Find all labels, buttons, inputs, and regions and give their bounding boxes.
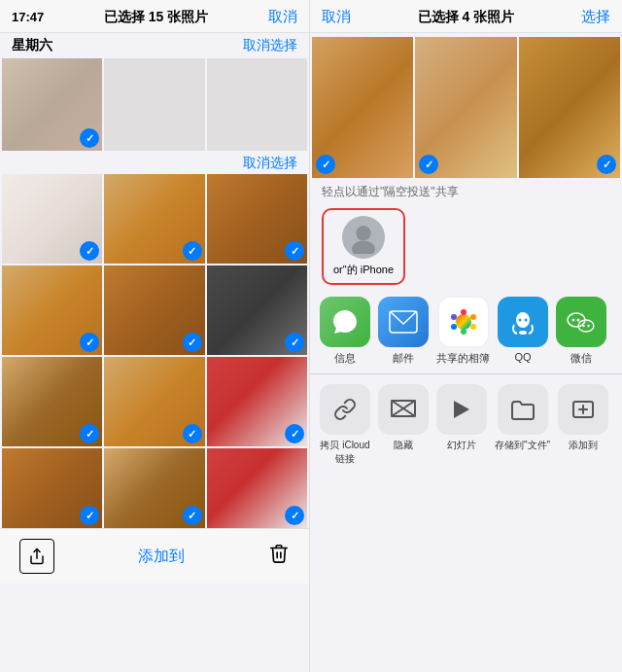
- svg-point-4: [456, 314, 471, 330]
- add-to-button[interactable]: 添加到: [138, 547, 185, 567]
- check-badge: [285, 424, 304, 443]
- slideshow-label: 幻灯片: [447, 439, 476, 452]
- deselect-all-btn[interactable]: 取消选择: [243, 37, 297, 54]
- save-files-label: 存储到"文件": [495, 439, 550, 452]
- airdrop-device[interactable]: or"的 iPhone: [322, 208, 405, 285]
- right-top-photos: [310, 37, 622, 178]
- photo-cell-fried5[interactable]: [104, 357, 204, 446]
- shared-albums-icon: [438, 297, 489, 347]
- svg-point-17: [577, 319, 580, 322]
- hide-icon: [378, 384, 429, 435]
- check-badge: [183, 506, 202, 525]
- left-time: 17:47: [12, 10, 44, 24]
- share-apps-row: 信息 邮件: [310, 289, 622, 370]
- app-mail[interactable]: 邮件: [378, 297, 429, 366]
- messages-label: 信息: [334, 351, 356, 366]
- svg-point-10: [451, 314, 457, 320]
- mail-icon: [378, 297, 429, 347]
- check-badge: [183, 424, 202, 443]
- app-qq[interactable]: QQ: [498, 297, 548, 366]
- slideshow-icon: [436, 384, 487, 435]
- svg-point-7: [470, 324, 476, 330]
- hide-label: 隐藏: [394, 439, 413, 452]
- right-panel: 取消 已选择 4 张照片 选择 轻点以通过"隔空投送"共享 or"的: [310, 0, 622, 672]
- divider: [310, 373, 622, 374]
- action-add-album[interactable]: 添加到: [558, 384, 608, 466]
- icloud-link-label: 拷贝 iCloud链接: [320, 439, 369, 466]
- check-badge: [285, 506, 304, 525]
- left-bottom-bar: 添加到: [0, 528, 309, 584]
- left-panel: 17:47 已选择 15 张照片 取消 星期六 取消选择 取消选择: [0, 0, 310, 672]
- airdrop-hint: 轻点以通过"隔空投送"共享: [322, 184, 610, 200]
- actions-row: 拷贝 iCloud链接 隐藏 幻灯片: [310, 378, 622, 472]
- check-badge: [80, 506, 99, 525]
- icloud-link-icon: [320, 384, 370, 435]
- left-cancel-btn[interactable]: 取消: [268, 8, 297, 26]
- left-header: 17:47 已选择 15 张照片 取消: [0, 0, 309, 33]
- top-row: [0, 58, 309, 151]
- check-badge: [419, 155, 438, 174]
- deselect-all-btn-2[interactable]: 取消选择: [243, 155, 297, 172]
- svg-point-2: [352, 240, 375, 254]
- mid-row-3: [0, 357, 309, 446]
- action-save-files[interactable]: 存储到"文件": [495, 384, 550, 466]
- app-wechat[interactable]: 微信: [556, 297, 606, 366]
- photo-cell-bowl2[interactable]: [104, 448, 204, 528]
- airdrop-section: 轻点以通过"隔空投送"共享 or"的 iPhone: [310, 178, 622, 289]
- left-header-title: 已选择 15 张照片: [104, 9, 208, 26]
- add-album-label: 添加到: [569, 439, 598, 452]
- check-badge: [597, 155, 616, 174]
- photo-cell-empty2: [207, 58, 307, 151]
- right-cancel-btn[interactable]: 取消: [322, 8, 351, 26]
- photo-cell-fried1[interactable]: [104, 174, 204, 264]
- action-hide[interactable]: 隐藏: [378, 384, 429, 466]
- photo-cell-pan[interactable]: [207, 265, 307, 355]
- deselect-section: 取消选择: [0, 151, 309, 174]
- check-badge: [285, 333, 304, 352]
- photo-cell-cloth2[interactable]: [207, 448, 307, 528]
- mail-label: 邮件: [393, 351, 414, 366]
- svg-point-11: [516, 312, 530, 328]
- svg-point-14: [519, 331, 527, 335]
- right-photo-2[interactable]: [415, 37, 516, 178]
- right-photo-3[interactable]: [519, 37, 620, 178]
- action-icloud-link[interactable]: 拷贝 iCloud链接: [320, 384, 370, 466]
- right-photo-1[interactable]: [312, 37, 413, 178]
- wechat-label: 微信: [570, 351, 592, 366]
- bot-row: [0, 448, 309, 528]
- right-select-btn[interactable]: 选择: [581, 8, 610, 26]
- mid-row-2: [0, 265, 309, 355]
- check-badge: [80, 333, 99, 352]
- airdrop-device-name: or"的 iPhone: [333, 263, 394, 277]
- photo-cell-fried2[interactable]: [207, 174, 307, 264]
- delete-button[interactable]: [268, 543, 290, 570]
- svg-point-19: [582, 325, 584, 327]
- share-button[interactable]: [19, 539, 54, 574]
- check-badge: [80, 128, 99, 148]
- check-badge: [285, 241, 304, 261]
- photo-cell-empty1: [104, 58, 204, 151]
- photo-cell-fried6[interactable]: [2, 448, 102, 528]
- right-header-title: 已选择 4 张照片: [418, 9, 515, 26]
- svg-point-1: [356, 226, 370, 240]
- save-files-icon: [498, 384, 548, 435]
- photo-cell-fried4[interactable]: [104, 265, 204, 355]
- svg-point-9: [451, 324, 457, 330]
- messages-icon: [320, 297, 370, 347]
- photo-cell-fried3[interactable]: [2, 265, 102, 355]
- photo-cell-cloth1[interactable]: [207, 357, 307, 446]
- mid-row-1: [0, 174, 309, 264]
- svg-point-5: [461, 309, 466, 315]
- svg-point-6: [470, 314, 476, 320]
- svg-marker-24: [454, 401, 469, 418]
- app-shared-albums[interactable]: 共享的相簿: [436, 297, 490, 366]
- app-messages[interactable]: 信息: [320, 297, 370, 366]
- section-label: 星期六: [12, 37, 52, 54]
- photo-cell-icecream[interactable]: [2, 174, 102, 264]
- action-slideshow[interactable]: 幻灯片: [436, 384, 487, 466]
- photo-cell-bowl1[interactable]: [2, 357, 102, 446]
- check-badge: [80, 424, 99, 443]
- qq-label: QQ: [514, 351, 531, 363]
- photo-cell[interactable]: [2, 58, 102, 151]
- check-badge: [183, 241, 202, 261]
